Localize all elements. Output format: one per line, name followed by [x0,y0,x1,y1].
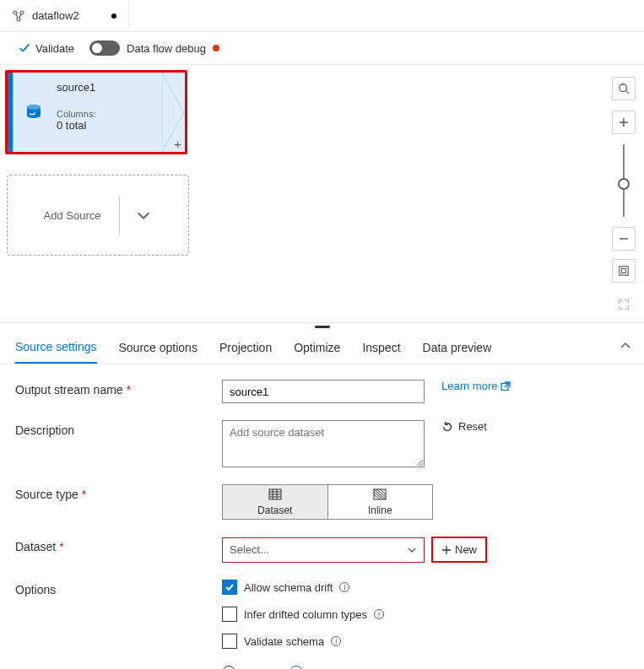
allow-schema-drift-checkbox[interactable]: Allow schema drift i [222,580,384,595]
source-node-highlight: source1 Columns: 0 total + [5,70,187,154]
zoom-out-button[interactable] [612,227,636,251]
source-type-dataset[interactable]: Dataset [223,485,328,519]
search-icon [618,83,630,94]
minus-icon [619,234,629,244]
output-stream-input[interactable] [222,380,425,403]
tab-title: dataflow2 [32,9,79,22]
dataset-dropdown[interactable]: Select... [222,537,425,563]
svg-point-6 [620,84,627,92]
dataset-label: Dataset [15,540,56,553]
reset-icon [441,421,453,433]
info-icon[interactable]: i [339,582,349,592]
database-icon [16,73,51,152]
dataflow-canvas[interactable]: source1 Columns: 0 total + Add Source [0,65,644,322]
add-source-button[interactable]: Add Source [7,175,189,256]
sampling-disable-radio[interactable]: Disable [290,666,344,669]
unsaved-indicator [111,13,116,19]
inline-icon [373,488,387,503]
info-icon[interactable]: i [331,636,341,646]
fit-icon [618,265,630,277]
dataflow-icon [12,9,25,23]
panel-resizer[interactable] [0,322,644,331]
dataflow-tab[interactable]: dataflow2 [0,0,129,31]
node-title: source1 [57,81,153,94]
new-dataset-highlight: New [431,537,487,563]
fullscreen-button[interactable] [612,293,636,316]
editor-tab-bar: dataflow2 [0,0,644,32]
dataset-placeholder: Select... [230,543,269,556]
debug-label: Data flow debug [127,42,206,55]
source-type-segmented: Dataset Inline [222,484,433,520]
learn-more-link[interactable]: Learn more [441,380,511,392]
plus-icon [619,117,629,127]
collapse-panel-icon[interactable] [619,339,632,353]
check-icon [19,42,30,54]
add-source-label: Add Source [44,209,101,222]
zoom-in-button[interactable] [612,111,636,134]
tab-optimize[interactable]: Optimize [294,332,340,363]
new-dataset-button[interactable]: New [436,540,482,559]
dataflow-canvas-wrap: source1 Columns: 0 total + Add Source [0,64,644,322]
tab-data-preview[interactable]: Data preview [423,332,492,363]
validate-label: Validate [35,42,74,55]
node-columns-label: Columns: [57,109,153,119]
tab-inspect[interactable]: Inspect [362,332,400,363]
svg-point-2 [17,18,20,21]
tab-projection[interactable]: Projection [219,332,272,363]
canvas-search-button[interactable] [612,77,636,100]
source-type-inline[interactable]: Inline [328,485,433,519]
svg-rect-8 [621,268,625,272]
svg-rect-7 [620,267,629,276]
fullscreen-icon [618,299,630,310]
infer-drifted-types-checkbox[interactable]: Infer drifted column types i [222,607,384,622]
validate-schema-checkbox[interactable]: Validate schema i [222,634,384,649]
fit-to-screen-button[interactable] [612,259,636,283]
chevron-down-icon [135,207,152,224]
node-add-icon[interactable]: + [174,138,181,150]
reset-button[interactable]: Reset [441,420,487,433]
validate-button[interactable]: Validate [19,42,74,55]
zoom-slider[interactable] [623,144,625,217]
info-icon[interactable]: i [374,609,384,619]
debug-toggle[interactable] [89,40,120,56]
check-icon [225,582,235,592]
toolbar: Validate Data flow debug [0,32,644,64]
description-textarea[interactable] [222,420,425,467]
tab-source-options[interactable]: Source options [119,332,198,363]
sampling-enable-radio[interactable]: Enable [222,666,274,669]
dataset-icon [268,488,282,503]
chevron-down-icon [407,545,417,555]
svg-point-0 [14,11,17,14]
panel-tabs: Source settings Source options Projectio… [0,331,644,364]
svg-point-4 [27,105,41,110]
source-node[interactable]: source1 Columns: 0 total + [8,73,185,152]
debug-status-dot [213,45,219,51]
tab-source-settings[interactable]: Source settings [15,332,97,364]
svg-point-1 [20,11,24,14]
node-columns-count: 0 total [57,119,153,132]
source-type-label: Source type [15,488,78,501]
output-stream-label: Output stream name [15,383,123,397]
plus-icon [441,545,452,555]
external-link-icon [501,381,511,391]
options-label: Options [15,583,56,596]
source-settings-form: Output stream name * Learn more Descript… [0,364,644,669]
description-label: Description [15,424,74,437]
